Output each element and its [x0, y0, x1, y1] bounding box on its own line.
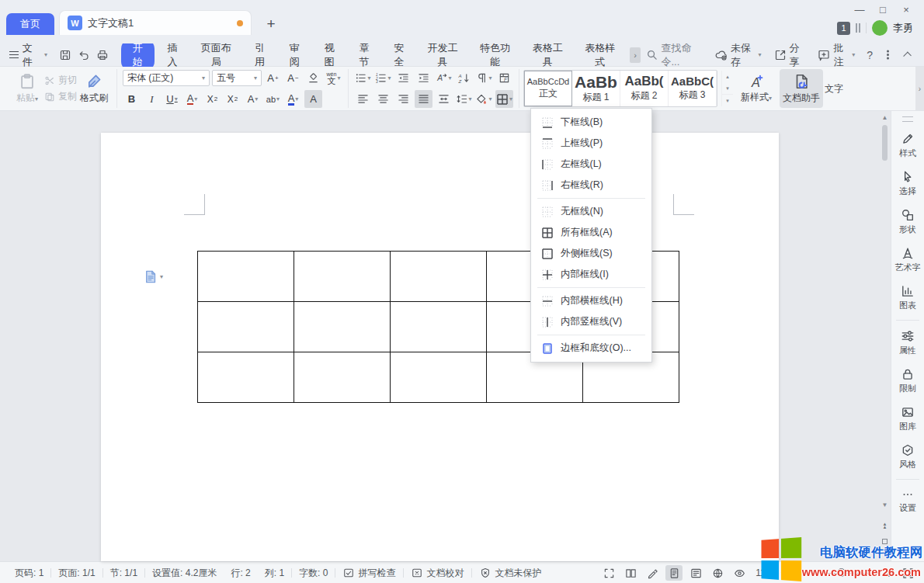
status-segment[interactable]: 列: 1 [258, 567, 291, 580]
status-segment[interactable]: 节: 1/1 [103, 567, 144, 580]
collapse-ribbon-icon[interactable] [903, 52, 912, 61]
highlight-button[interactable]: ab▾ [264, 90, 282, 108]
menu-item-左框线(L)[interactable]: 左框线(L) [531, 154, 651, 175]
print-layout-button[interactable] [665, 565, 683, 581]
sidebar-item-艺术字[interactable]: 艺术字 [895, 246, 921, 273]
minimize-button[interactable]: — [848, 0, 871, 19]
copy-button[interactable]: 复制 [44, 90, 77, 103]
save-status-button[interactable]: 未保存 ▾ [711, 41, 765, 69]
page-up-icon[interactable]: ▲▲ [880, 522, 890, 529]
distribute-button[interactable] [435, 90, 453, 108]
print-button[interactable] [94, 47, 111, 64]
user-avatar[interactable] [872, 20, 888, 36]
indent-button[interactable] [415, 69, 432, 87]
shrink-font-button[interactable]: A− [284, 69, 302, 87]
style-item-标题 1[interactable]: AaBb标题 1 [572, 71, 620, 106]
sidebar-item-设置[interactable]: 设置 [899, 488, 916, 514]
line-spacing-button[interactable]: ▾ [455, 90, 473, 108]
eye-protect-button[interactable] [731, 565, 748, 581]
char-shading-button[interactable]: A [304, 90, 322, 108]
italic-button[interactable]: I [143, 90, 161, 108]
menu-item-无框线(N)[interactable]: 无框线(N) [531, 201, 651, 222]
menu-item-所有框线(A)[interactable]: 所有框线(A) [531, 222, 651, 243]
document-canvas[interactable]: ▾ ▲ ▼ ▲▲ [0, 111, 891, 561]
menu-item-下框线(B)[interactable]: 下框线(B) [531, 112, 651, 133]
table-cell[interactable] [294, 302, 391, 352]
document-page[interactable]: ▾ [101, 133, 779, 561]
maximize-button[interactable]: □ [871, 0, 894, 19]
menu-item-内部横框线(H)[interactable]: 内部横框线(H) [531, 290, 651, 311]
borders-button[interactable]: ▾ [495, 90, 513, 108]
outdent-button[interactable] [394, 69, 412, 87]
table-cell[interactable] [391, 302, 487, 352]
table-cell[interactable] [391, 252, 487, 302]
gallery-down-icon[interactable]: ▾ [722, 82, 733, 94]
style-item-标题 3[interactable]: AaBbC(标题 3 [669, 71, 717, 106]
status-segment[interactable]: 设置值: 4.2厘米 [145, 567, 224, 580]
status-segment[interactable]: 页码: 1 [8, 567, 50, 580]
table-cell[interactable] [198, 352, 294, 403]
doc-assistant-button[interactable]: 文档助手 [780, 69, 823, 108]
bold-button[interactable]: B [123, 90, 141, 108]
text-direction-button[interactable]: A▾ [435, 69, 453, 87]
new-tab-button[interactable]: + [262, 16, 280, 33]
scrollbar-thumb[interactable] [882, 125, 888, 161]
menu-item-内部框线(I)[interactable]: 内部框线(I) [531, 264, 651, 285]
table-cell[interactable] [198, 302, 294, 352]
font-name-select[interactable]: 宋体 (正文)▾ [123, 70, 210, 86]
undo-button[interactable] [75, 47, 92, 64]
underline-button[interactable]: U▾ [163, 90, 181, 108]
notification-badge[interactable]: 1 [837, 22, 850, 35]
menu-overflow-button[interactable]: › [630, 47, 641, 63]
menu-item-边框和底纹(O)...[interactable]: 边框和底纹(O)... [531, 338, 651, 359]
sidebar-item-属性[interactable]: 属性 [899, 329, 916, 356]
font-color-button[interactable]: A▾ [284, 90, 302, 108]
align-left-button[interactable] [354, 90, 372, 108]
gallery-up-icon[interactable]: ▴ [722, 71, 733, 82]
style-item-正文[interactable]: AaBbCcDd正文 [524, 71, 572, 106]
table-cell[interactable] [294, 352, 391, 403]
table-cell[interactable] [294, 252, 391, 302]
sidebar-item-图表[interactable]: 图表 [899, 284, 916, 311]
strike-accent-button[interactable]: A▾ [183, 90, 201, 108]
gallery-more-icon[interactable]: ▾ [722, 94, 733, 106]
style-item-标题 2[interactable]: AaBb(标题 2 [620, 71, 669, 106]
status-文档校对[interactable]: 文档校对 [404, 567, 471, 580]
home-tab[interactable]: 首页 [6, 13, 54, 35]
document-tab[interactable]: W 文字文稿1 [59, 10, 252, 35]
grow-font-button[interactable]: A+ [264, 69, 282, 87]
text-effects-button[interactable]: A▾ [244, 90, 262, 108]
numbering-button[interactable]: 123▾ [374, 69, 392, 87]
font-size-select[interactable]: 五号▾ [212, 70, 262, 86]
menu-item-上框线(P)[interactable]: 上框线(P) [531, 133, 651, 154]
comment-button[interactable]: 批注 ▾ [814, 41, 859, 69]
new-style-button[interactable]: A 新样式▾ [738, 69, 775, 108]
bullets-button[interactable]: ▾ [354, 69, 372, 87]
status-segment[interactable]: 页面: 1/1 [51, 567, 102, 580]
read-layout-button[interactable] [622, 565, 639, 581]
user-name[interactable]: 李勇 [893, 21, 913, 35]
close-button[interactable]: × [894, 0, 918, 19]
web-layout-button[interactable] [709, 565, 726, 581]
menu-item-内部竖框线(V)[interactable]: 内部竖框线(V) [531, 311, 651, 332]
save-button[interactable] [57, 47, 74, 64]
sidebar-item-风格[interactable]: 风格 [899, 443, 916, 470]
toolbar-more-strip[interactable]: › [915, 67, 924, 110]
vertical-scrollbar[interactable]: ▲ ▼ ▲▲ [880, 113, 890, 560]
sidebar-item-样式[interactable]: 样式 [899, 132, 916, 159]
share-button[interactable]: 分享 [770, 41, 810, 69]
clear-format-button[interactable] [304, 69, 322, 87]
more-options-icon[interactable] [887, 54, 889, 56]
sidebar-handle-icon[interactable] [902, 116, 913, 122]
sidebar-item-形状[interactable]: 形状 [899, 208, 916, 235]
scroll-up-icon[interactable]: ▲ [880, 114, 890, 121]
sidebar-item-选择[interactable]: 选择 [899, 170, 916, 197]
align-center-button[interactable] [374, 90, 392, 108]
menu-item-右框线(R)[interactable]: 右框线(R) [531, 175, 651, 196]
status-segment[interactable]: 行: 2 [224, 567, 257, 580]
scroll-down-icon[interactable]: ▼ [880, 501, 890, 508]
sidebar-item-限制[interactable]: 限制 [899, 367, 916, 394]
find-command-button[interactable]: 查找命令... [642, 41, 707, 69]
show-marks-button[interactable]: ▾ [475, 69, 493, 87]
format-painter-button[interactable]: 格式刷 [77, 73, 111, 105]
